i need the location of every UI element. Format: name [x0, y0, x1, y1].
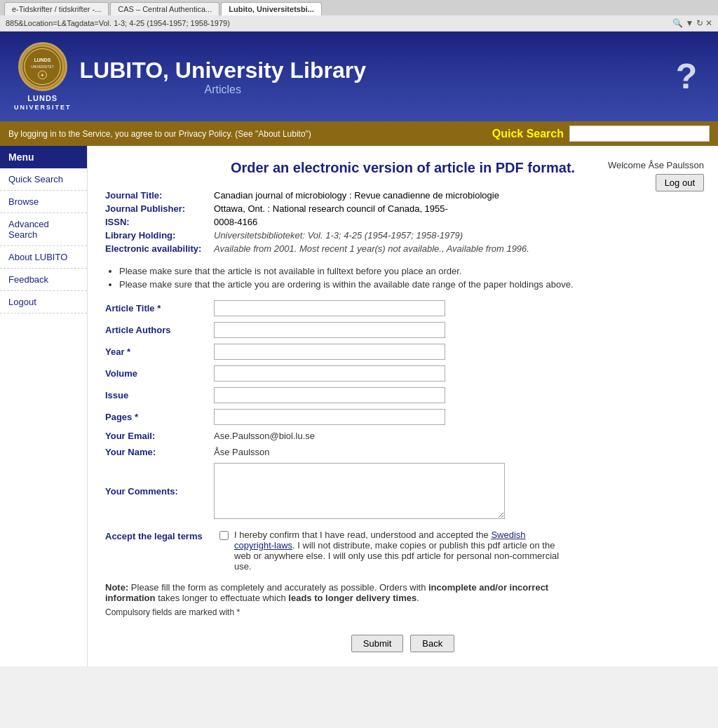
toolbar: By logging in to the Service, you agree …: [0, 121, 718, 146]
volume-label: Volume: [105, 368, 214, 379]
electronic-availability-label: Electronic availability:: [105, 242, 214, 255]
name-label: Your Name:: [105, 447, 214, 457]
electronic-availability-value: Available from 2001. Most recent 1 year(…: [214, 242, 535, 255]
article-title-row: Article Title *: [105, 300, 700, 316]
note-item-2: Please make sure that the article you ar…: [119, 279, 700, 290]
submit-button[interactable]: Submit: [351, 635, 403, 652]
legal-label: Accept the legal terms: [105, 530, 214, 541]
note-text: Please fill the form as completely and a…: [131, 582, 426, 593]
issue-input[interactable]: [214, 387, 445, 403]
logout-button[interactable]: Log out: [656, 174, 704, 191]
comments-row: Your Comments:: [105, 463, 700, 519]
logo-text-area: LUBITO, University Library Articles: [80, 58, 366, 96]
note-text2: takes longer to effectuate which: [158, 593, 286, 603]
volume-input[interactable]: [214, 365, 445, 382]
article-title-label: Article Title *: [105, 303, 214, 314]
issue-label: Issue: [105, 390, 214, 400]
issn-value: 0008-4166: [214, 215, 535, 229]
legal-text: I hereby confirm that I have read, under…: [234, 530, 564, 572]
welcome-text: Welcome Åse Paulsson: [608, 160, 704, 170]
sidebar-item-about[interactable]: About LUBITO: [0, 246, 87, 269]
sidebar-item-quick-search[interactable]: Quick Search: [0, 168, 87, 191]
sidebar-header: Menu: [0, 146, 87, 168]
quick-search-area: Quick Search: [492, 126, 710, 142]
content: Welcome Åse Paulsson Log out Order an el…: [88, 146, 718, 666]
sidebar: Menu Quick Search Browse Advanced Search…: [0, 146, 88, 666]
notes-list: Please make sure that the article is not…: [105, 266, 700, 290]
tab-cas[interactable]: CAS – Central Authentica...: [110, 2, 219, 15]
journal-title-label: Journal Title:: [105, 189, 214, 202]
browser-bar: e-Tidskrifter / tidskrifter -... CAS – C…: [0, 0, 718, 32]
sidebar-item-advanced-search[interactable]: Advanced Search: [0, 213, 87, 246]
logo-area: LUNDS UNIVERSITET ✦ LUNDSUNIVERSITET LUB…: [14, 42, 366, 111]
legal-section: Accept the legal terms I hereby confirm …: [105, 530, 700, 572]
button-row: Submit Back: [105, 635, 700, 652]
pages-row: Pages *: [105, 409, 700, 425]
electronic-availability-row: Electronic availability: Available from …: [105, 242, 535, 255]
journal-publisher-label: Journal Publisher:: [105, 202, 214, 215]
browser-address-text: 885&Location=L&Tagdata=Vol. 1-3; 4-25 (1…: [6, 19, 230, 27]
journal-publisher-row: Journal Publisher: Ottawa, Ont. : Nation…: [105, 202, 535, 215]
legal-text-before: I hereby confirm that I have read, under…: [234, 530, 489, 540]
site-subtitle: Articles: [80, 83, 366, 96]
article-authors-label: Article Authors: [105, 325, 214, 335]
sidebar-item-feedback[interactable]: Feedback: [0, 269, 87, 291]
year-input[interactable]: [214, 344, 445, 360]
article-authors-input[interactable]: [214, 322, 445, 338]
library-holding-label: Library Holding:: [105, 229, 214, 242]
note-item-1: Please make sure that the article is not…: [119, 266, 700, 276]
svg-text:LUNDS: LUNDS: [34, 58, 50, 62]
lunds-logo: LUNDS UNIVERSITET ✦: [18, 42, 67, 91]
lunds-label: LUNDSUNIVERSITET: [14, 94, 72, 111]
sidebar-item-browse[interactable]: Browse: [0, 191, 87, 213]
quick-search-input[interactable]: [569, 126, 710, 142]
comments-label: Your Comments:: [105, 486, 214, 497]
header: LUNDS UNIVERSITET ✦ LUNDSUNIVERSITET LUB…: [0, 32, 718, 121]
issue-row: Issue: [105, 387, 700, 403]
email-value: Ase.Paulsson@biol.lu.se: [214, 431, 315, 441]
note-label: Note:: [105, 582, 128, 593]
svg-text:✦: ✦: [40, 72, 45, 78]
journal-publisher-value: Ottawa, Ont. : National research council…: [214, 202, 535, 215]
year-label: Year *: [105, 346, 214, 357]
issn-label: ISSN:: [105, 215, 214, 229]
tab-lubito[interactable]: Lubito, Universitetsbi...: [221, 2, 322, 15]
email-label: Your Email:: [105, 431, 214, 441]
comments-textarea[interactable]: [214, 463, 505, 519]
main-layout: Menu Quick Search Browse Advanced Search…: [0, 146, 718, 666]
note-bold2: leads to longer delivery times: [288, 593, 416, 603]
order-form: Article Title * Article Authors Year * V…: [105, 300, 700, 519]
article-authors-row: Article Authors: [105, 322, 700, 338]
pages-input[interactable]: [214, 409, 445, 425]
name-row: Your Name: Åse Paulsson: [105, 447, 700, 457]
pages-label: Pages *: [105, 412, 214, 422]
article-title-input[interactable]: [214, 300, 445, 316]
compulsory-note: Compulsory fields are marked with *: [105, 607, 554, 617]
welcome-area: Welcome Åse Paulsson Log out: [608, 160, 704, 191]
tab-etidskrifter[interactable]: e-Tidskrifter / tidskrifter -...: [4, 2, 109, 15]
privacy-text: By logging in to the Service, you agree …: [8, 129, 311, 139]
note-section: Note: Please fill the form as completely…: [105, 582, 554, 617]
sidebar-item-logout[interactable]: Logout: [0, 291, 87, 314]
help-icon[interactable]: ?: [669, 55, 704, 97]
journal-info: Journal Title: Canadian journal of micro…: [105, 189, 700, 255]
back-button[interactable]: Back: [410, 635, 454, 652]
legal-checkbox[interactable]: [219, 531, 229, 540]
svg-text:UNIVERSITET: UNIVERSITET: [31, 65, 53, 68]
journal-info-table: Journal Title: Canadian journal of micro…: [105, 189, 535, 255]
library-holding-row: Library Holding: Universitetsbiblioteket…: [105, 229, 535, 242]
search-icon: 🔍 ▼ ↻ ✕: [672, 18, 712, 28]
quick-search-label: Quick Search: [492, 128, 564, 140]
email-row: Your Email: Ase.Paulsson@biol.lu.se: [105, 431, 700, 441]
journal-title-row: Journal Title: Canadian journal of micro…: [105, 189, 535, 202]
site-title: LUBITO, University Library: [80, 58, 366, 83]
volume-row: Volume: [105, 365, 700, 382]
journal-title-value: Canadian journal of microbiology : Revue…: [214, 189, 535, 202]
library-holding-value: Universitetsbiblioteket: Vol. 1-3; 4-25 …: [214, 229, 535, 242]
year-row: Year *: [105, 344, 700, 360]
issn-row: ISSN: 0008-4166: [105, 215, 535, 229]
name-value: Åse Paulsson: [214, 447, 270, 457]
